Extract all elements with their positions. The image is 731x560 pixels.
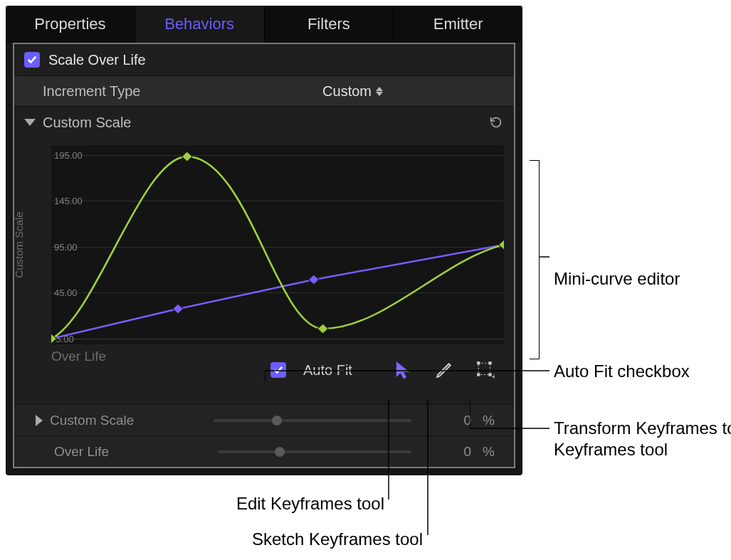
svg-rect-5 [499,240,504,250]
param-slider[interactable] [214,419,411,422]
svg-marker-0 [376,87,383,91]
callout-bracket [530,160,540,359]
content-area: Scale Over Life Increment Type Custom Cu… [13,43,515,468]
param-label: Over Life [54,444,196,460]
annotation-edit: Edit Keyframes tool [228,494,384,514]
tab-properties[interactable]: Properties [6,6,135,43]
annotation-mini-curve: Mini-curve editor [554,269,680,289]
increment-type-row: Increment Type Custom [14,75,514,107]
custom-scale-disclosure-row: Custom Scale [14,107,514,138]
annotation-sketch: Sketch Keyframes tool [235,529,423,549]
param-custom-scale-row: Custom Scale 0 % [14,404,514,435]
behavior-header: Scale Over Life [14,44,514,75]
svg-rect-9 [477,361,480,364]
custom-scale-label: Custom Scale [43,115,481,131]
param-slider[interactable] [218,450,411,453]
param-over-life-row: Over Life 0 % [14,435,514,467]
behavior-enable-checkbox[interactable] [24,52,40,68]
tab-bar: Properties Behaviors Filters Emitter [6,6,522,43]
param-label: Custom Scale [50,413,192,428]
disclosure-triangle-icon[interactable] [36,415,43,426]
curve-y-axis-label: Custom Scale [13,211,25,278]
tab-behaviors[interactable]: Behaviors [135,6,265,43]
svg-rect-7 [308,275,319,285]
check-icon [27,55,37,65]
disclosure-triangle-icon[interactable] [24,119,36,126]
curve-canvas[interactable] [51,145,504,344]
param-value[interactable]: 0 [433,413,475,428]
param-rows: Custom Scale 0 % Over Life 0 % [14,404,514,467]
tab-filters[interactable]: Filters [265,6,394,43]
svg-rect-6 [173,304,184,314]
annotation-auto-fit: Auto Fit checkbox [554,361,690,381]
inspector-panel: Properties Behaviors Filters Emitter Sca… [6,6,522,475]
param-value[interactable]: 0 [433,444,475,460]
increment-type-label: Increment Type [43,83,322,100]
reset-icon[interactable] [488,115,504,130]
tab-emitter[interactable]: Emitter [394,6,522,43]
svg-rect-10 [488,361,491,364]
annotation-transform-line2: Keyframes tool [554,440,668,460]
svg-rect-3 [182,152,192,162]
annotation-transform: Transform Keyframes tool [554,418,731,438]
increment-type-value: Custom [322,83,372,100]
param-unit: % [483,444,504,460]
behavior-title: Scale Over Life [48,52,146,68]
svg-marker-1 [376,92,383,96]
select-stepper-icon [376,87,383,96]
svg-rect-4 [317,324,328,334]
mini-curve-editor[interactable]: Custom Scale 195.00 145.00 95.00 45.00 -… [24,145,504,344]
increment-type-select[interactable]: Custom [322,83,504,100]
